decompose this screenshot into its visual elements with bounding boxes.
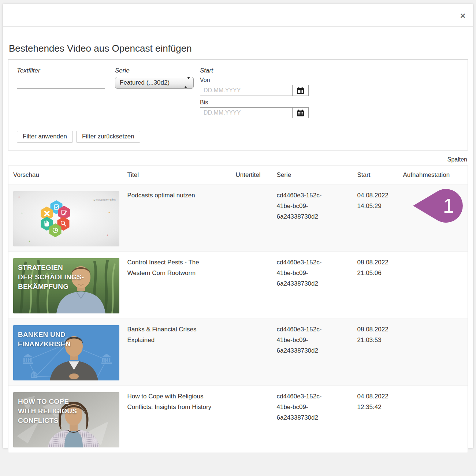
col-header-vorschau: Vorschau xyxy=(8,166,123,185)
textfilter-input[interactable] xyxy=(17,77,105,89)
video-start: 04.08.2022 14:05:29 xyxy=(357,190,394,211)
thumbnail-caption: BANKEN UND FINANZKRISEN xyxy=(18,330,71,349)
table-row[interactable]: uUNIVERSITÄT BERN Podcasts optimal nutze… xyxy=(8,185,468,252)
serie-select[interactable]: Featured (...30d2) xyxy=(115,77,194,89)
video-thumbnail[interactable]: STRATEGIEN DER SCHÄDLINGS- BEKÄMPFUNG xyxy=(13,258,119,313)
col-header-start: Start xyxy=(353,166,398,185)
textfilter-group: Textfilter xyxy=(17,67,105,89)
opencast-dialog: ✕ Bestehendes Video aus Opencast einfüge… xyxy=(3,4,473,448)
table-row[interactable]: BANKEN UND FINANZKRISEN Banks & Financia… xyxy=(8,319,468,386)
video-thumbnail[interactable]: BANKEN UND FINANZKRISEN xyxy=(13,325,119,380)
close-icon[interactable]: ✕ xyxy=(460,12,466,19)
table-row[interactable]: STRATEGIEN DER SCHÄDLINGS- BEKÄMPFUNG Co… xyxy=(8,252,468,319)
video-title: Podcasts optimal nutzen xyxy=(127,190,215,201)
col-header-aufnahmestation: Aufnahmestation xyxy=(398,166,468,185)
thumbnail-caption: STRATEGIEN DER SCHÄDLINGS- BEKÄMPFUNG xyxy=(18,263,84,291)
columns-link[interactable]: Spalten xyxy=(447,156,467,163)
filter-panel: Textfilter Serie Featured (...30d2) xyxy=(8,59,468,150)
filter-reset-button[interactable]: Filter zurücksetzen xyxy=(76,131,140,143)
von-date-field xyxy=(200,85,309,96)
video-title: How to Cope with Religious Conflicts: In… xyxy=(127,391,215,412)
von-label: Von xyxy=(200,77,309,83)
col-header-titel: Titel xyxy=(123,166,231,185)
video-title: Control Insect Pests - The Western Corn … xyxy=(127,257,215,278)
annotation-pin-1: 1 xyxy=(413,189,464,223)
thumbnail-caption: HOW TO COPE WITH RELIGIOUS CONFLICTS xyxy=(18,397,77,425)
bis-label: Bis xyxy=(200,99,309,106)
video-table: Vorschau Titel Untertitel Serie Start Au… xyxy=(8,166,468,453)
video-start: 08.08.2022 21:03:53 xyxy=(357,324,394,345)
svg-text:1: 1 xyxy=(443,194,454,217)
serie-group: Serie Featured (...30d2) xyxy=(115,67,194,89)
page-title: Bestehendes Video aus Opencast einfügen xyxy=(9,43,468,54)
page-background: ✕ Bestehendes Video aus Opencast einfüge… xyxy=(0,0,476,476)
video-start: 04.08.2022 12:35:42 xyxy=(357,391,394,412)
chevron-updown-icon xyxy=(184,79,190,86)
table-row[interactable]: HOW TO COPE WITH RELIGIOUS CONFLICTS How… xyxy=(8,386,468,453)
serie-select-value: Featured (...30d2) xyxy=(120,79,170,86)
col-header-untertitel: Untertitel xyxy=(231,166,272,185)
video-thumbnail[interactable]: uUNIVERSITÄT BERN xyxy=(13,191,119,246)
start-date-group: Start Von xyxy=(200,67,309,122)
table-header-row: Vorschau Titel Untertitel Serie Start Au… xyxy=(8,166,468,185)
calendar-icon[interactable] xyxy=(292,108,308,118)
serie-label: Serie xyxy=(115,67,194,74)
start-label: Start xyxy=(200,67,309,74)
bis-date-input[interactable] xyxy=(200,108,292,118)
textfilter-label: Textfilter xyxy=(17,67,105,74)
video-serie: cd4460e3-152c-41be-bc09-6a24338730d2 xyxy=(277,190,332,222)
filter-apply-button[interactable]: Filter anwenden xyxy=(17,131,73,143)
video-serie: cd4460e3-152c-41be-bc09-6a24338730d2 xyxy=(277,257,332,289)
video-thumbnail[interactable]: HOW TO COPE WITH RELIGIOUS CONFLICTS xyxy=(13,392,119,447)
dialog-header: ✕ xyxy=(3,4,473,27)
calendar-icon[interactable] xyxy=(292,85,308,96)
video-start: 08.08.2022 21:05:06 xyxy=(357,257,394,278)
col-header-serie: Serie xyxy=(272,166,353,185)
university-bern-logo: uUNIVERSITÄT BERN xyxy=(93,194,116,205)
video-serie: cd4460e3-152c-41be-bc09-6a24338730d2 xyxy=(277,391,332,423)
bis-date-field xyxy=(200,107,309,118)
video-serie: cd4460e3-152c-41be-bc09-6a24338730d2 xyxy=(277,324,332,356)
video-title: Banks & Financial Crises Explained xyxy=(127,324,215,345)
von-date-input[interactable] xyxy=(200,85,292,96)
